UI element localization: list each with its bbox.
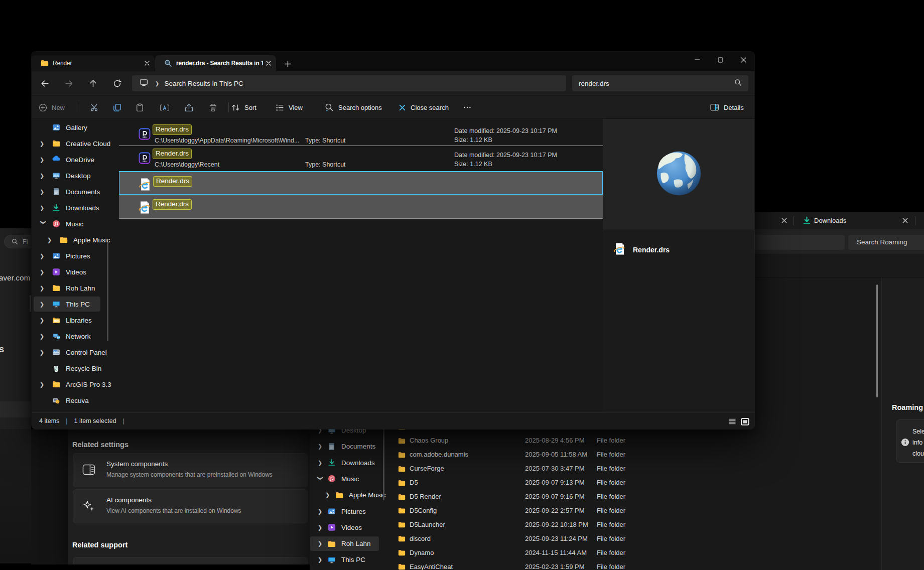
sidebar-item-recycle-bin[interactable]: Recycle Bin bbox=[34, 361, 100, 376]
chevron-icon[interactable]: ❯ bbox=[40, 220, 47, 227]
bg-folder-row[interactable]: EasyAntiCheat 2025-02-23 1:59 PM File fo… bbox=[387, 559, 879, 570]
search-icon[interactable] bbox=[734, 79, 742, 88]
sidebar-item-pictures[interactable]: ❯ Pictures bbox=[34, 248, 100, 263]
sidebar-item-gallery[interactable]: Gallery bbox=[34, 120, 100, 135]
sidebar-item-recuva[interactable]: Recuva bbox=[34, 393, 100, 408]
new-tab-button[interactable] bbox=[283, 59, 293, 69]
copy-button[interactable] bbox=[109, 100, 125, 115]
bg-sidebar-item-pictures[interactable]: ❯ Pictures bbox=[310, 504, 379, 519]
sidebar-item-downloads[interactable]: ❯ Downloads bbox=[34, 200, 100, 215]
bg-folder-row[interactable]: discord 2025-09-23 11:24 PM File folder bbox=[387, 531, 879, 545]
chevron-icon[interactable]: ❯ bbox=[40, 349, 47, 356]
rename-button[interactable] bbox=[157, 100, 173, 115]
chevron-icon[interactable]: ❯ bbox=[40, 205, 47, 211]
bg-list-scrollbar[interactable] bbox=[876, 284, 878, 397]
chevron-icon[interactable]: ❯ bbox=[318, 443, 323, 450]
bg-folder-row[interactable]: D5Config 2025-09-22 2:57 PM File folder bbox=[387, 503, 879, 517]
close-tab-icon[interactable] bbox=[780, 217, 788, 226]
chevron-icon[interactable]: ❯ bbox=[40, 173, 47, 179]
sidebar-item-network[interactable]: ❯ Network bbox=[34, 329, 100, 344]
chevron-icon[interactable]: ❯ bbox=[40, 189, 47, 195]
file-row[interactable]: Render.drs bbox=[119, 195, 603, 219]
details-button[interactable]: Details bbox=[710, 100, 744, 115]
bg-sidebar-item-music[interactable]: ❯ Music bbox=[310, 472, 379, 486]
chevron-icon[interactable]: ❯ bbox=[40, 333, 47, 340]
back-button[interactable] bbox=[37, 75, 53, 91]
sidebar-item-apple-music[interactable]: ❯ Apple Music bbox=[34, 232, 100, 247]
bg-folder-row[interactable]: Chaos Group 2025-08-29 4:56 PM File fold… bbox=[387, 434, 879, 448]
settings-card-system-components[interactable]: System components Manage system componen… bbox=[73, 453, 308, 487]
search-box[interactable]: render.drs bbox=[572, 75, 748, 91]
address-bar[interactable]: ❯ Search Results in This PC bbox=[132, 75, 566, 91]
bg-folder-row[interactable]: D5 2025-09-07 9:13 PM File folder bbox=[387, 476, 879, 490]
up-button[interactable] bbox=[85, 75, 101, 91]
bg-sidebar-item-downloads[interactable]: ❯ Downloads bbox=[310, 456, 379, 470]
browser-link-text[interactable]: aver.com bbox=[0, 273, 30, 282]
bg-sidebar-item-videos[interactable]: ❯ Videos bbox=[310, 520, 379, 535]
browser-find-field[interactable]: Fi bbox=[4, 235, 31, 248]
more-options-button[interactable] bbox=[459, 100, 475, 115]
file-row[interactable]: Render.drs bbox=[119, 171, 603, 195]
chevron-icon[interactable]: ❯ bbox=[40, 285, 47, 292]
chevron-icon[interactable]: ❯ bbox=[318, 540, 323, 547]
close-window-button[interactable] bbox=[732, 52, 754, 68]
browser-scrollbar[interactable] bbox=[30, 295, 31, 312]
minimize-button[interactable] bbox=[686, 52, 709, 68]
chevron-icon[interactable]: ❯ bbox=[47, 237, 54, 243]
bg-sidebar-item-documents[interactable]: ❯ Documents bbox=[310, 439, 379, 454]
chevron-icon[interactable]: ❯ bbox=[40, 381, 47, 388]
share-button[interactable] bbox=[181, 100, 197, 115]
close-tab-icon[interactable] bbox=[901, 217, 909, 226]
bg-tab-downloads[interactable]: Downloads bbox=[814, 217, 846, 224]
chevron-icon[interactable]: ❯ bbox=[40, 253, 47, 259]
related-support-card[interactable] bbox=[73, 557, 308, 564]
paste-button[interactable] bbox=[131, 100, 148, 115]
chevron-icon[interactable]: ❯ bbox=[40, 317, 47, 324]
sidebar-item-arcgis-pro-3-3[interactable]: ❯ ArcGIS Pro 3.3 bbox=[34, 377, 100, 392]
chevron-icon[interactable]: ❯ bbox=[40, 157, 47, 163]
bg-sidebar-scrollbar[interactable] bbox=[383, 427, 384, 500]
bg-folder-row[interactable]: Dynamo 2024-11-15 11:44 AM File folder bbox=[387, 545, 879, 559]
sidebar-item-documents[interactable]: ❯ Documents bbox=[34, 184, 100, 199]
chevron-icon[interactable]: ❯ bbox=[325, 492, 330, 498]
tab-search-results[interactable]: render.drs - Search Results in T bbox=[155, 55, 276, 71]
cut-button[interactable] bbox=[86, 100, 102, 115]
chevron-icon[interactable]: ❯ bbox=[318, 508, 323, 515]
file-row[interactable]: DRS Render.drs C:\Users\doggy\Recent Typ… bbox=[119, 146, 603, 170]
sidebar-item-onedrive[interactable]: ❯ OneDrive bbox=[34, 152, 100, 167]
bg-folder-row[interactable]: D5Launcher 2025-09-22 10:18 PM File fold… bbox=[387, 517, 879, 531]
bg-sidebar-item-roh-lahn[interactable]: ❯ Roh Lahn bbox=[310, 536, 379, 551]
sort-button[interactable]: Sort bbox=[231, 100, 256, 115]
search-options-button[interactable]: Search options bbox=[325, 100, 382, 115]
bg-folder-row[interactable]: com.adobe.dunamis 2025-09-05 11:58 AM Fi… bbox=[387, 448, 879, 462]
refresh-button[interactable] bbox=[109, 75, 125, 91]
chevron-icon[interactable]: ❯ bbox=[40, 269, 47, 275]
chevron-icon[interactable]: ❯ bbox=[40, 301, 47, 308]
details-view-toggle[interactable] bbox=[727, 416, 738, 427]
maximize-button[interactable] bbox=[709, 52, 732, 68]
bg-folder-row[interactable]: D5 Render 2025-09-07 9:16 PM File folder bbox=[387, 490, 879, 504]
sidebar-item-this-pc[interactable]: ❯ This PC bbox=[34, 297, 100, 312]
chevron-icon[interactable]: ❯ bbox=[318, 556, 323, 563]
bg-folder-row[interactable]: CurseForge 2025-07-30 3:47 PM File folde… bbox=[387, 462, 879, 476]
chevron-icon[interactable]: ❯ bbox=[318, 524, 323, 531]
forward-button[interactable] bbox=[61, 75, 77, 91]
sidebar-item-libraries[interactable]: ❯ Libraries bbox=[34, 313, 100, 328]
sidebar-item-music[interactable]: ❯ Music bbox=[34, 216, 100, 231]
bg-sidebar-item-this-pc[interactable]: ❯ This PC bbox=[310, 552, 379, 567]
close-tab-icon[interactable] bbox=[265, 59, 273, 67]
chevron-icon[interactable]: ❯ bbox=[317, 476, 324, 481]
bg-search-box[interactable]: Search Roaming bbox=[848, 235, 924, 250]
file-row[interactable]: DRS Render.drs C:\Users\doggy\AppData\Ro… bbox=[119, 122, 603, 146]
sidebar-scrollbar[interactable] bbox=[107, 242, 108, 341]
sidebar-item-desktop[interactable]: ❯ Desktop bbox=[34, 168, 100, 183]
sidebar-item-videos[interactable]: ❯ Videos bbox=[34, 264, 100, 279]
close-search-button[interactable]: Close search bbox=[399, 100, 449, 115]
delete-button[interactable] bbox=[205, 100, 221, 115]
sidebar-item-roh-lahn[interactable]: ❯ Roh Lahn bbox=[34, 280, 100, 296]
tab-render[interactable]: Render bbox=[32, 55, 155, 71]
close-tab-icon[interactable] bbox=[143, 59, 151, 67]
thumbnail-view-toggle[interactable] bbox=[739, 416, 750, 427]
view-button[interactable]: View bbox=[276, 100, 303, 115]
sidebar-item-creative-cloud[interactable]: ❯ Creative Cloud bbox=[34, 136, 100, 151]
